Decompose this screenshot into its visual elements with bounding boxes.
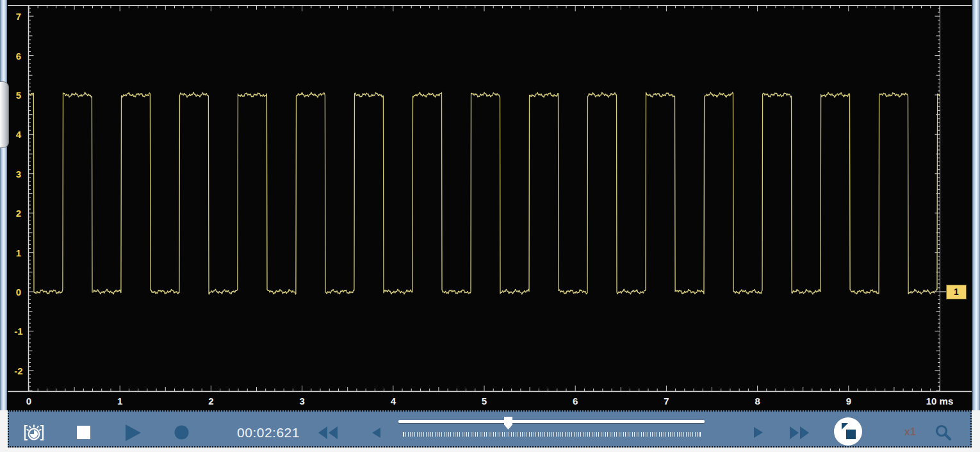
y-tick-label: 2 bbox=[16, 208, 21, 219]
step-forward-icon[interactable] bbox=[754, 427, 763, 440]
y-tick-label: -1 bbox=[14, 326, 22, 337]
x-tick-label: 8 bbox=[755, 396, 760, 406]
x-tick-label: 2 bbox=[208, 396, 213, 406]
y-tick-label: 3 bbox=[16, 168, 21, 179]
y-tick-label: 0 bbox=[16, 287, 21, 297]
y-tick-label: 4 bbox=[16, 129, 21, 140]
x-tick-label: 5 bbox=[482, 396, 487, 406]
x-tick-label: 9 bbox=[846, 396, 851, 406]
y-tick-label: -2 bbox=[14, 365, 22, 376]
seek-slider-ruler bbox=[403, 432, 701, 437]
right-edge-scrollbar[interactable] bbox=[972, 0, 980, 452]
left-edge-scrollbar[interactable] bbox=[0, 0, 7, 452]
x-tick-label: 1 bbox=[117, 396, 122, 406]
toolbar-row: 00:02:621 bbox=[0, 410, 980, 452]
step-back-icon[interactable] bbox=[372, 428, 380, 440]
y-tick-label: 6 bbox=[16, 50, 21, 61]
timer-icon[interactable] bbox=[23, 423, 45, 445]
channel-1-badge[interactable]: 1 bbox=[946, 285, 967, 299]
playback-toolbar: 00:02:621 bbox=[8, 410, 972, 448]
playback-timestamp: 00:02:621 bbox=[220, 425, 316, 440]
x-tick-label: 6 bbox=[573, 396, 578, 406]
y-tick-label: 7 bbox=[16, 11, 21, 22]
zoom-search-icon[interactable] bbox=[935, 424, 952, 444]
playback-rate-label: x1 bbox=[904, 426, 916, 438]
rewind-icon[interactable] bbox=[318, 426, 338, 442]
x-tick-label: 7 bbox=[664, 396, 669, 406]
play-button[interactable] bbox=[126, 424, 142, 444]
y-tick-label: 5 bbox=[16, 90, 21, 101]
stop-button[interactable] bbox=[77, 426, 90, 439]
waveform-canvas bbox=[0, 0, 980, 410]
y-tick-label: 1 bbox=[16, 247, 21, 258]
seek-slider-handle[interactable] bbox=[504, 417, 512, 430]
snap-view-button[interactable] bbox=[833, 417, 863, 449]
scope-plot-area[interactable]: 76543210-1-2 012345678910 ms 1 bbox=[0, 0, 980, 410]
fast-forward-icon[interactable] bbox=[790, 426, 810, 442]
side-panel-handle[interactable] bbox=[0, 81, 9, 148]
x-tick-label: 10 ms bbox=[926, 396, 954, 406]
x-tick-label: 3 bbox=[299, 396, 304, 406]
x-tick-label: 4 bbox=[391, 396, 396, 406]
x-tick-label: 0 bbox=[26, 396, 31, 406]
record-button[interactable] bbox=[174, 425, 189, 442]
oscilloscope-window: 76543210-1-2 012345678910 ms 1 bbox=[0, 0, 980, 452]
seek-slider-track[interactable] bbox=[398, 420, 705, 423]
